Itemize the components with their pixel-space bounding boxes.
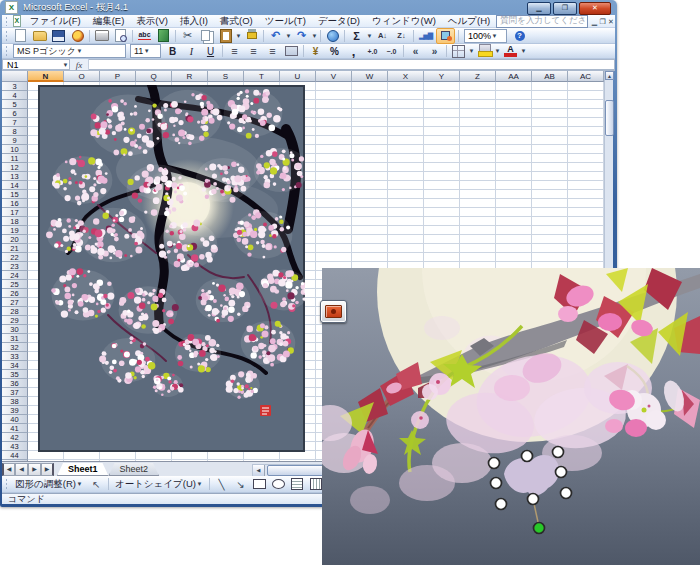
column-header-O[interactable]: O — [64, 71, 100, 82]
help-icon[interactable] — [511, 29, 528, 43]
underline-icon[interactable] — [202, 44, 219, 58]
name-box[interactable]: N1 ▼ — [2, 59, 70, 70]
sort-descending-icon[interactable] — [393, 29, 410, 43]
floating-picture-button[interactable] — [320, 300, 347, 323]
print-preview-icon[interactable] — [112, 29, 129, 43]
row-header-28[interactable]: 28 — [2, 307, 28, 316]
row-header-24[interactable]: 24 — [2, 271, 28, 280]
chart-wizard-icon[interactable] — [417, 29, 434, 43]
row-header-40[interactable]: 40 — [2, 415, 28, 424]
row-header-14[interactable]: 14 — [2, 181, 28, 190]
row-header-4[interactable]: 4 — [2, 91, 28, 100]
chevron-down-icon[interactable]: ▼ — [76, 48, 83, 54]
row-header-32[interactable]: 32 — [2, 343, 28, 352]
align-center-icon[interactable] — [245, 44, 262, 58]
row-header-43[interactable]: 43 — [2, 442, 28, 451]
row-header-25[interactable]: 25 — [2, 280, 28, 289]
row-header-37[interactable]: 37 — [2, 388, 28, 397]
column-header-X[interactable]: X — [388, 71, 424, 82]
chevron-down-icon[interactable]: ▼ — [366, 33, 373, 39]
merge-center-icon[interactable] — [283, 44, 300, 58]
row-header-39[interactable]: 39 — [2, 406, 28, 415]
increase-decimal-icon[interactable] — [364, 44, 381, 58]
workbook-close-button[interactable]: ✕ — [607, 16, 615, 27]
row-header-10[interactable]: 10 — [2, 145, 28, 154]
toolbar-grip[interactable] — [5, 478, 8, 491]
italic-icon[interactable] — [183, 44, 200, 58]
new-icon[interactable] — [12, 29, 29, 43]
autosum-icon[interactable] — [348, 29, 365, 43]
formula-input[interactable] — [89, 59, 615, 70]
copy-icon[interactable] — [198, 29, 215, 43]
spelling-icon[interactable] — [136, 29, 153, 43]
row-header-41[interactable]: 41 — [2, 424, 28, 433]
edit-handle-0[interactable] — [489, 458, 500, 469]
column-header-T[interactable]: T — [244, 71, 280, 82]
help-question-input[interactable]: 質問を入力してください ▼ — [496, 15, 588, 28]
row-header-36[interactable]: 36 — [2, 379, 28, 388]
toolbar-grip[interactable] — [5, 16, 7, 26]
chevron-down-icon[interactable]: ▼ — [311, 33, 318, 39]
row-header-38[interactable]: 38 — [2, 397, 28, 406]
decrease-decimal-icon[interactable] — [383, 44, 400, 58]
align-left-icon[interactable] — [226, 44, 243, 58]
row-header-11[interactable]: 11 — [2, 154, 28, 163]
menu-item-0[interactable]: ファイル(F) — [24, 14, 87, 29]
row-header-27[interactable]: 27 — [2, 298, 28, 307]
fill-color-icon[interactable] — [476, 44, 493, 58]
row-header-16[interactable]: 16 — [2, 199, 28, 208]
sheet-tab-Sheet2[interactable]: Sheet2 — [109, 463, 160, 476]
select-all-corner[interactable] — [2, 71, 28, 82]
window-close-button[interactable]: ✕ — [579, 2, 611, 15]
chevron-down-icon[interactable]: ▼ — [468, 48, 475, 54]
insert-function-icon[interactable]: fx — [70, 59, 89, 70]
edit-handle-1[interactable] — [522, 451, 533, 462]
next-sheet-icon[interactable]: ▶ — [28, 463, 41, 476]
paste-icon[interactable] — [217, 29, 234, 43]
font-name-select[interactable]: MS Pゴシック▼ — [13, 44, 126, 58]
zoom-box[interactable]: 100%▼ — [464, 29, 507, 43]
row-header-20[interactable]: 20 — [2, 235, 28, 244]
row-header-31[interactable]: 31 — [2, 334, 28, 343]
menu-item-5[interactable]: ツール(T) — [259, 14, 312, 29]
column-header-Q[interactable]: Q — [136, 71, 172, 82]
chevron-down-icon[interactable]: ▼ — [143, 48, 150, 54]
horizontal-scroll-thumb[interactable] — [267, 465, 327, 476]
previous-sheet-icon[interactable]: ◀ — [15, 463, 28, 476]
research-icon[interactable] — [155, 29, 172, 43]
menu-item-4[interactable]: 書式(O) — [214, 14, 259, 29]
rectangle-icon[interactable] — [251, 477, 268, 491]
menu-item-1[interactable]: 編集(E) — [87, 14, 131, 29]
chevron-down-icon[interactable]: ▼ — [196, 481, 203, 487]
rotation-handle[interactable] — [534, 523, 545, 534]
column-header-P[interactable]: P — [100, 71, 136, 82]
workbook-minimize-button[interactable]: ▁ — [590, 16, 598, 27]
column-header-AC[interactable]: AC — [568, 71, 604, 82]
chevron-down-icon[interactable]: ▼ — [494, 48, 501, 54]
column-header-V[interactable]: V — [316, 71, 352, 82]
chevron-down-icon[interactable]: ▼ — [285, 33, 292, 39]
draw-menu-button[interactable]: 図形の調整(R)▼ — [11, 478, 87, 491]
row-header-9[interactable]: 9 — [2, 136, 28, 145]
first-sheet-icon[interactable]: ◀ — [2, 463, 15, 476]
row-header-34[interactable]: 34 — [2, 361, 28, 370]
line-icon[interactable] — [213, 477, 230, 491]
decrease-indent-icon[interactable] — [407, 44, 424, 58]
chevron-down-icon[interactable]: ▼ — [62, 62, 69, 68]
edit-handle-3[interactable] — [556, 467, 567, 478]
comma-icon[interactable] — [345, 44, 362, 58]
row-header-33[interactable]: 33 — [2, 352, 28, 361]
row-header-44[interactable]: 44 — [2, 451, 28, 460]
drawing-icon[interactable] — [436, 28, 455, 44]
column-header-U[interactable]: U — [280, 71, 316, 82]
row-header-5[interactable]: 5 — [2, 100, 28, 109]
row-header-30[interactable]: 30 — [2, 325, 28, 334]
menu-item-6[interactable]: データ(D) — [312, 14, 366, 29]
row-header-6[interactable]: 6 — [2, 109, 28, 118]
borders-icon[interactable] — [450, 44, 467, 58]
edit-handle-4[interactable] — [561, 488, 572, 499]
chevron-down-icon[interactable]: ▼ — [520, 48, 527, 54]
column-header-N[interactable]: N — [28, 71, 64, 82]
arrow-icon[interactable] — [232, 477, 249, 491]
column-header-S[interactable]: S — [208, 71, 244, 82]
